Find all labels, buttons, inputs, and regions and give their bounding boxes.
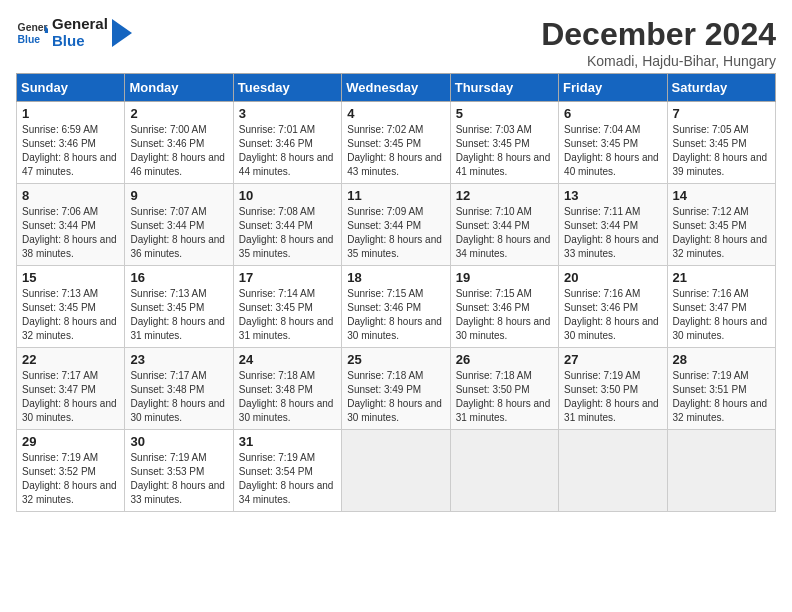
day-info: Sunrise: 7:13 AMSunset: 3:45 PMDaylight:… bbox=[130, 287, 227, 343]
calendar-col-saturday: Saturday bbox=[667, 74, 775, 102]
day-info: Sunrise: 7:15 AMSunset: 3:46 PMDaylight:… bbox=[456, 287, 553, 343]
day-info: Sunrise: 7:18 AMSunset: 3:50 PMDaylight:… bbox=[456, 369, 553, 425]
day-number: 9 bbox=[130, 188, 227, 203]
calendar-cell: 27Sunrise: 7:19 AMSunset: 3:50 PMDayligh… bbox=[559, 348, 667, 430]
day-info: Sunrise: 7:16 AMSunset: 3:46 PMDaylight:… bbox=[564, 287, 661, 343]
svg-text:General: General bbox=[18, 22, 48, 33]
day-number: 23 bbox=[130, 352, 227, 367]
calendar-week-5: 29Sunrise: 7:19 AMSunset: 3:52 PMDayligh… bbox=[17, 430, 776, 512]
calendar-table: SundayMondayTuesdayWednesdayThursdayFrid… bbox=[16, 73, 776, 512]
calendar-cell: 5Sunrise: 7:03 AMSunset: 3:45 PMDaylight… bbox=[450, 102, 558, 184]
logo-arrow-icon bbox=[112, 19, 132, 47]
day-number: 3 bbox=[239, 106, 336, 121]
day-info: Sunrise: 7:16 AMSunset: 3:47 PMDaylight:… bbox=[673, 287, 770, 343]
day-number: 27 bbox=[564, 352, 661, 367]
day-info: Sunrise: 7:11 AMSunset: 3:44 PMDaylight:… bbox=[564, 205, 661, 261]
svg-marker-3 bbox=[112, 19, 132, 47]
calendar-cell: 23Sunrise: 7:17 AMSunset: 3:48 PMDayligh… bbox=[125, 348, 233, 430]
calendar-cell: 12Sunrise: 7:10 AMSunset: 3:44 PMDayligh… bbox=[450, 184, 558, 266]
day-number: 28 bbox=[673, 352, 770, 367]
day-info: Sunrise: 7:19 AMSunset: 3:52 PMDaylight:… bbox=[22, 451, 119, 507]
calendar-cell: 21Sunrise: 7:16 AMSunset: 3:47 PMDayligh… bbox=[667, 266, 775, 348]
calendar-cell: 7Sunrise: 7:05 AMSunset: 3:45 PMDaylight… bbox=[667, 102, 775, 184]
calendar-cell: 22Sunrise: 7:17 AMSunset: 3:47 PMDayligh… bbox=[17, 348, 125, 430]
day-number: 30 bbox=[130, 434, 227, 449]
day-info: Sunrise: 7:19 AMSunset: 3:51 PMDaylight:… bbox=[673, 369, 770, 425]
calendar-cell: 6Sunrise: 7:04 AMSunset: 3:45 PMDaylight… bbox=[559, 102, 667, 184]
day-info: Sunrise: 6:59 AMSunset: 3:46 PMDaylight:… bbox=[22, 123, 119, 179]
day-info: Sunrise: 7:03 AMSunset: 3:45 PMDaylight:… bbox=[456, 123, 553, 179]
calendar-body: 1Sunrise: 6:59 AMSunset: 3:46 PMDaylight… bbox=[17, 102, 776, 512]
day-number: 29 bbox=[22, 434, 119, 449]
day-info: Sunrise: 7:19 AMSunset: 3:53 PMDaylight:… bbox=[130, 451, 227, 507]
day-number: 7 bbox=[673, 106, 770, 121]
day-number: 6 bbox=[564, 106, 661, 121]
calendar-cell: 3Sunrise: 7:01 AMSunset: 3:46 PMDaylight… bbox=[233, 102, 341, 184]
calendar-cell: 11Sunrise: 7:09 AMSunset: 3:44 PMDayligh… bbox=[342, 184, 450, 266]
logo-icon: General Blue bbox=[16, 17, 48, 49]
calendar-cell bbox=[667, 430, 775, 512]
logo-text-blue: Blue bbox=[52, 33, 108, 50]
calendar-col-wednesday: Wednesday bbox=[342, 74, 450, 102]
calendar-cell: 16Sunrise: 7:13 AMSunset: 3:45 PMDayligh… bbox=[125, 266, 233, 348]
day-number: 14 bbox=[673, 188, 770, 203]
calendar-cell: 17Sunrise: 7:14 AMSunset: 3:45 PMDayligh… bbox=[233, 266, 341, 348]
day-info: Sunrise: 7:15 AMSunset: 3:46 PMDaylight:… bbox=[347, 287, 444, 343]
day-number: 5 bbox=[456, 106, 553, 121]
calendar-col-monday: Monday bbox=[125, 74, 233, 102]
day-info: Sunrise: 7:19 AMSunset: 3:50 PMDaylight:… bbox=[564, 369, 661, 425]
day-info: Sunrise: 7:00 AMSunset: 3:46 PMDaylight:… bbox=[130, 123, 227, 179]
day-number: 15 bbox=[22, 270, 119, 285]
day-info: Sunrise: 7:10 AMSunset: 3:44 PMDaylight:… bbox=[456, 205, 553, 261]
day-number: 4 bbox=[347, 106, 444, 121]
day-number: 16 bbox=[130, 270, 227, 285]
day-info: Sunrise: 7:17 AMSunset: 3:47 PMDaylight:… bbox=[22, 369, 119, 425]
calendar-cell: 9Sunrise: 7:07 AMSunset: 3:44 PMDaylight… bbox=[125, 184, 233, 266]
calendar-cell: 29Sunrise: 7:19 AMSunset: 3:52 PMDayligh… bbox=[17, 430, 125, 512]
svg-text:Blue: Blue bbox=[18, 33, 41, 44]
day-number: 13 bbox=[564, 188, 661, 203]
calendar-col-sunday: Sunday bbox=[17, 74, 125, 102]
logo: General Blue General Blue bbox=[16, 16, 132, 49]
day-info: Sunrise: 7:12 AMSunset: 3:45 PMDaylight:… bbox=[673, 205, 770, 261]
calendar-cell: 13Sunrise: 7:11 AMSunset: 3:44 PMDayligh… bbox=[559, 184, 667, 266]
day-number: 19 bbox=[456, 270, 553, 285]
calendar-cell bbox=[450, 430, 558, 512]
day-info: Sunrise: 7:01 AMSunset: 3:46 PMDaylight:… bbox=[239, 123, 336, 179]
title-block: December 2024 Komadi, Hajdu-Bihar, Hunga… bbox=[541, 16, 776, 69]
day-number: 8 bbox=[22, 188, 119, 203]
day-number: 10 bbox=[239, 188, 336, 203]
day-info: Sunrise: 7:06 AMSunset: 3:44 PMDaylight:… bbox=[22, 205, 119, 261]
calendar-cell: 4Sunrise: 7:02 AMSunset: 3:45 PMDaylight… bbox=[342, 102, 450, 184]
calendar-cell: 14Sunrise: 7:12 AMSunset: 3:45 PMDayligh… bbox=[667, 184, 775, 266]
day-number: 31 bbox=[239, 434, 336, 449]
day-info: Sunrise: 7:08 AMSunset: 3:44 PMDaylight:… bbox=[239, 205, 336, 261]
calendar-cell: 20Sunrise: 7:16 AMSunset: 3:46 PMDayligh… bbox=[559, 266, 667, 348]
calendar-cell: 28Sunrise: 7:19 AMSunset: 3:51 PMDayligh… bbox=[667, 348, 775, 430]
day-number: 12 bbox=[456, 188, 553, 203]
day-number: 2 bbox=[130, 106, 227, 121]
calendar-cell: 24Sunrise: 7:18 AMSunset: 3:48 PMDayligh… bbox=[233, 348, 341, 430]
day-number: 17 bbox=[239, 270, 336, 285]
logo-text-general: General bbox=[52, 16, 108, 33]
calendar-cell bbox=[559, 430, 667, 512]
calendar-cell bbox=[342, 430, 450, 512]
day-info: Sunrise: 7:09 AMSunset: 3:44 PMDaylight:… bbox=[347, 205, 444, 261]
day-info: Sunrise: 7:05 AMSunset: 3:45 PMDaylight:… bbox=[673, 123, 770, 179]
day-number: 11 bbox=[347, 188, 444, 203]
day-info: Sunrise: 7:04 AMSunset: 3:45 PMDaylight:… bbox=[564, 123, 661, 179]
calendar-cell: 31Sunrise: 7:19 AMSunset: 3:54 PMDayligh… bbox=[233, 430, 341, 512]
day-number: 21 bbox=[673, 270, 770, 285]
calendar-cell: 25Sunrise: 7:18 AMSunset: 3:49 PMDayligh… bbox=[342, 348, 450, 430]
calendar-week-1: 1Sunrise: 6:59 AMSunset: 3:46 PMDaylight… bbox=[17, 102, 776, 184]
calendar-cell: 15Sunrise: 7:13 AMSunset: 3:45 PMDayligh… bbox=[17, 266, 125, 348]
day-number: 25 bbox=[347, 352, 444, 367]
day-number: 18 bbox=[347, 270, 444, 285]
day-number: 26 bbox=[456, 352, 553, 367]
page-title: December 2024 bbox=[541, 16, 776, 53]
calendar-cell: 18Sunrise: 7:15 AMSunset: 3:46 PMDayligh… bbox=[342, 266, 450, 348]
day-info: Sunrise: 7:14 AMSunset: 3:45 PMDaylight:… bbox=[239, 287, 336, 343]
calendar-header-row: SundayMondayTuesdayWednesdayThursdayFrid… bbox=[17, 74, 776, 102]
day-info: Sunrise: 7:17 AMSunset: 3:48 PMDaylight:… bbox=[130, 369, 227, 425]
calendar-cell: 19Sunrise: 7:15 AMSunset: 3:46 PMDayligh… bbox=[450, 266, 558, 348]
